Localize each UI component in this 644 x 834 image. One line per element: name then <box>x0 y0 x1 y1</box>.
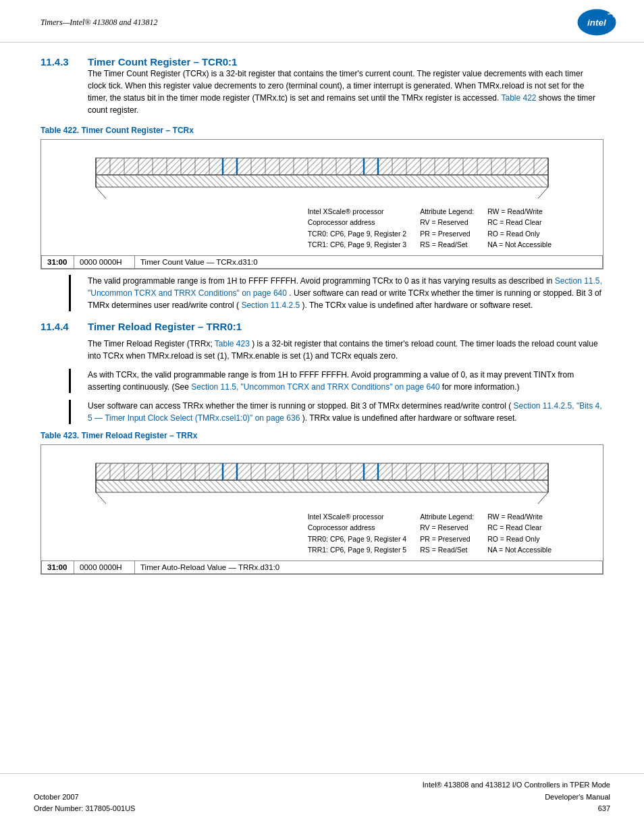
body2-end: ). The TCRx value is undefined after har… <box>302 301 533 310</box>
footer-date: October 2007 <box>34 791 135 804</box>
svg-rect-76 <box>96 480 548 492</box>
left-bar-indicator-2 <box>69 369 71 393</box>
svg-line-41 <box>538 187 548 199</box>
table-row: 31:00 0000 0000H Timer Count Value — TCR… <box>42 256 603 269</box>
table423-caption: Table 423. Timer Reload Register – TRRx <box>41 431 603 440</box>
page-footer: October 2007 Order Number: 317805-001US … <box>0 773 644 820</box>
body1-trr-text: The Timer Reload Register (TRRx; <box>88 339 213 348</box>
section-11-4-3-body1: The Timer Count Register (TCRx) is a 32-… <box>41 68 603 116</box>
section-11-4-3-body2-section: The valid programmable range is from 1H … <box>41 275 603 311</box>
svg-line-80 <box>538 492 548 504</box>
footer-right: Intel® 413808 and 413812 I/O Controllers… <box>423 779 610 815</box>
footer-doc-title: Intel® 413808 and 413812 I/O Controllers… <box>423 779 610 791</box>
svg-line-79 <box>96 492 106 504</box>
section-11-4-4-body3-section: User software can access TRRx whether th… <box>41 400 603 424</box>
section-11-4-4-body3: User software can access TRRx whether th… <box>41 400 603 424</box>
diagram1-coprocessor: Coprocessor address <box>308 217 406 228</box>
diagram2-trr0: TRR0: CP6, Page 9, Register 4 <box>308 533 406 544</box>
diagram1-attr-legend: Attribute Legend: RV = Reserved PR = Pre… <box>420 206 474 250</box>
body2-text: The valid programmable range is from 1H … <box>88 276 552 286</box>
left-bar-indicator-3 <box>69 400 71 424</box>
diagram1-rw: RW = Read/Write <box>487 206 552 217</box>
svg-line-40 <box>96 187 106 199</box>
svg-text:intel: intel <box>587 18 606 28</box>
diagram2-trr1: TRR1: CP6, Page 9, Register 5 <box>308 544 406 555</box>
diagram1-ro: RO = Read Only <box>487 228 552 239</box>
section-11-4-4: 11.4.4 Timer Reload Register – TRR0:1 Th… <box>41 321 603 575</box>
diagram2-rc: RC = Read Clear <box>487 522 552 533</box>
diagram2-coprocessor: Coprocessor address <box>308 522 406 533</box>
diagram2-ro: RO = Read Only <box>487 533 552 544</box>
diagram2-attr-legend: Attribute Legend: RV = Reserved PR = Pre… <box>420 511 474 555</box>
section-11-4-4-number: 11.4.4 <box>41 321 81 332</box>
body3-trr-text: User software can access TRRx whether th… <box>88 401 511 411</box>
diagram2-rv: RV = Reserved <box>420 522 474 533</box>
header-title: Timers—Intel® 413808 and 413812 <box>41 18 157 28</box>
diagram2-na: NA = Not Accessible <box>487 544 552 555</box>
section-11-4-3-number: 11.4.3 <box>41 56 81 68</box>
table422-diagram: Intel XScale® processor Coprocessor addr… <box>41 139 603 269</box>
reg1-desc: Timer Count Value — TCRx.d31:0 <box>135 256 603 269</box>
table422-register-row: 31:00 0000 0000H Timer Count Value — TCR… <box>41 255 603 269</box>
table423-link[interactable]: Table 423 <box>215 339 250 348</box>
diagram1-tcr0: TCR0: CP6, Page 9, Register 2 <box>308 228 406 239</box>
reg1-bits: 31:00 <box>42 256 74 269</box>
section-11-4-3-heading: 11.4.3 Timer Count Register – TCR0:1 <box>41 56 603 68</box>
reg2-desc: Timer Auto-Reload Value — TRRx.d31:0 <box>135 561 603 574</box>
section-11-4-4-heading: 11.4.4 Timer Reload Register – TRR0:1 <box>41 321 603 332</box>
body3-trr-end: ). TRRx value is undefined after hardwar… <box>302 413 517 423</box>
table423-diagram: Intel XScale® processor Coprocessor addr… <box>41 444 603 575</box>
section-11-4-3-body2: The valid programmable range is from 1H … <box>41 275 603 311</box>
table-row: 31:00 0000 0000H Timer Auto-Reload Value… <box>42 561 603 574</box>
footer-left: October 2007 Order Number: 317805-001US <box>34 791 135 815</box>
diagram1-rc: RC = Read Clear <box>487 217 552 228</box>
diagram2-info-left: Intel XScale® processor Coprocessor addr… <box>308 511 406 555</box>
section-11-4-4-body2-section: As with TCRx, the valid programmable ran… <box>41 369 603 393</box>
diagram2-processor: Intel XScale® processor <box>308 511 406 522</box>
intel-logo-icon: intel <box>576 8 617 36</box>
main-content: 11.4.3 Timer Count Register – TCR0:1 The… <box>0 43 644 591</box>
diagram1-attr-label: Attribute Legend: <box>420 206 474 217</box>
diagram1-processor: Intel XScale® processor <box>308 206 406 217</box>
diagram1-info-left: Intel XScale® processor Coprocessor addr… <box>308 206 406 250</box>
reg1-reset: 0000 0000H <box>74 256 135 269</box>
diagram1-rs: RS = Read/Set <box>420 239 474 250</box>
svg-rect-37 <box>96 175 548 187</box>
diagram2-pr: PR = Preserved <box>420 533 474 544</box>
reg2-bits: 31:00 <box>42 561 74 574</box>
diagram1-attr-right: RW = Read/Write RC = Read Clear RO = Rea… <box>487 206 552 250</box>
section-11-4-3-title: Timer Count Register – TCR0:1 <box>88 56 237 68</box>
section-11-5-link-2[interactable]: Section 11.5, "Uncommon TCRX and TRRX Co… <box>191 382 439 392</box>
section-11-4-4-title: Timer Reload Register – TRR0:1 <box>88 321 242 332</box>
section-11-4-4-body2: As with TCRx, the valid programmable ran… <box>41 369 603 393</box>
diagram1-pr: PR = Preserved <box>420 228 474 239</box>
diagram1-rv: RV = Reserved <box>420 217 474 228</box>
footer-manual-title: Developer's Manual <box>423 791 610 804</box>
footer-page-number: 637 <box>423 803 610 815</box>
register-svg-2 <box>92 453 552 510</box>
table422-link[interactable]: Table 422 <box>501 93 536 103</box>
section-11-4-4-body1: The Timer Reload Register (TRRx; Table 4… <box>41 338 603 362</box>
body2-trr-end: for more information.) <box>442 382 520 392</box>
diagram1-na: NA = Not Accessible <box>487 239 552 250</box>
diagram2-attr-right: RW = Read/Write RC = Read Clear RO = Rea… <box>487 511 552 555</box>
register-svg-1 <box>92 148 552 205</box>
trr-register-svg <box>92 460 552 507</box>
tcr-register-svg <box>92 155 552 202</box>
page-header: Timers—Intel® 413808 and 413812 intel <box>0 0 644 43</box>
table422-caption: Table 422. Timer Count Register – TCRx <box>41 126 603 135</box>
table423-register-row: 31:00 0000 0000H Timer Auto-Reload Value… <box>41 561 603 574</box>
section-11-4-3: 11.4.3 Timer Count Register – TCR0:1 The… <box>41 56 603 311</box>
section-11-4-2-5-link[interactable]: Section 11.4.2.5 <box>241 301 300 310</box>
diagram2-attr-label: Attribute Legend: <box>420 511 474 522</box>
reg2-reset: 0000 0000H <box>74 561 135 574</box>
footer-order: Order Number: 317805-001US <box>34 803 135 815</box>
diagram1-tcr1: TCR1: CP6, Page 9, Register 3 <box>308 239 406 250</box>
left-bar-indicator-1 <box>69 275 71 311</box>
diagram2-rw: RW = Read/Write <box>487 511 552 522</box>
diagram2-rs: RS = Read/Set <box>420 544 474 555</box>
